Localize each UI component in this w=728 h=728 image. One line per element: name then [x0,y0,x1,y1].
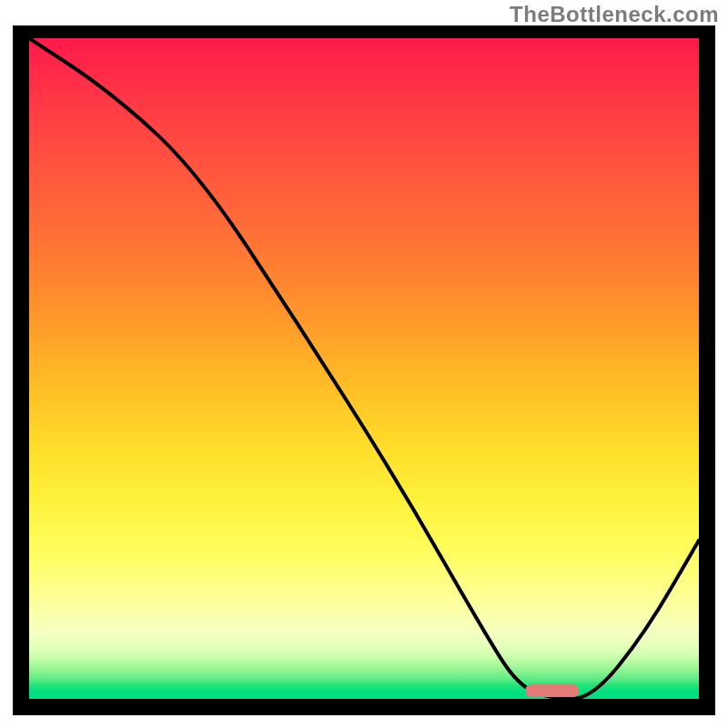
plot-area [29,38,699,699]
optimal-range-marker [525,684,579,697]
chart-container: TheBottleneck.com [0,0,728,728]
watermark-text: TheBottleneck.com [510,2,719,27]
plot-border [13,25,715,715]
bottleneck-curve [29,38,699,699]
